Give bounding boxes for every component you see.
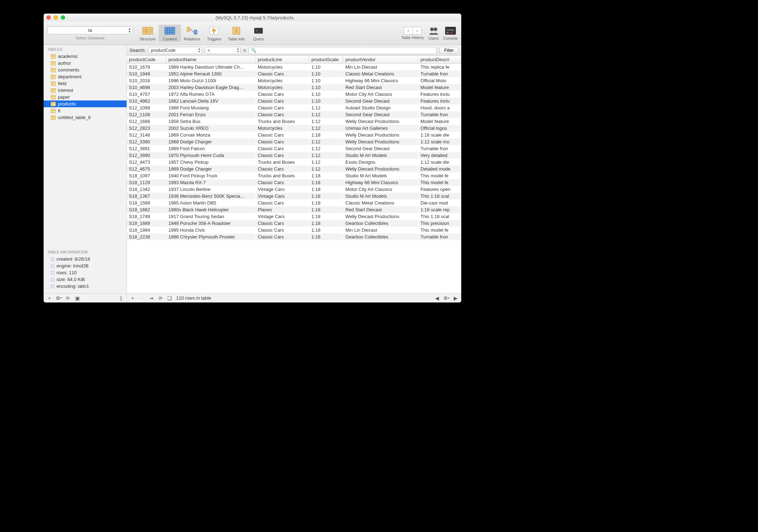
table-row[interactable]: S18_15891965 Aston Martin DB5Classic Car… — [127, 200, 461, 206]
reload-button[interactable]: ⟳ — [156, 294, 165, 302]
table-row[interactable]: S12_46751969 Dodge ChargerClassic Cars1:… — [127, 166, 461, 172]
table-cell[interactable]: This model fe — [418, 227, 461, 233]
triggers-button[interactable]: Triggers — [203, 25, 225, 42]
table-cell[interactable]: Turnable fron — [418, 233, 461, 240]
table-cell[interactable]: 1:18 — [309, 186, 343, 193]
table-cell[interactable]: 1952 Alpine Renault 1300 — [166, 70, 256, 77]
table-cell[interactable]: S18_1097 — [127, 172, 166, 179]
table-cell[interactable]: S18_1749 — [127, 213, 166, 220]
table-cell[interactable]: Min Lin Diecast — [343, 64, 418, 71]
table-cell[interactable]: 1:12 scale mo — [418, 138, 461, 145]
table-cell[interactable]: 1965 Aston Martin DB5 — [166, 200, 256, 206]
table-cell[interactable]: Motor City Art Classics — [343, 91, 418, 98]
table-cell[interactable]: This model fe — [418, 172, 461, 179]
console-button[interactable]: console off Console — [443, 26, 458, 40]
table-cell[interactable]: S12_4675 — [127, 166, 166, 172]
table-cell[interactable]: 1:10 — [309, 84, 343, 91]
table-cell[interactable]: Min Lin Diecast — [343, 227, 418, 233]
table-cell[interactable]: 1958 Setra Bus — [166, 118, 256, 125]
table-cell[interactable]: Classic Cars — [256, 200, 309, 206]
table-cell[interactable]: 1:18 scale die — [418, 132, 461, 138]
table-cell[interactable]: Trucks and Buses — [256, 159, 309, 166]
table-cell[interactable]: Studio M Art Models — [343, 152, 418, 159]
sidebar-item-products[interactable]: products — [44, 100, 127, 107]
table-cell[interactable]: S18_1662 — [127, 206, 166, 213]
table-cell[interactable]: S12_1099 — [127, 104, 166, 111]
table-cell[interactable]: Features inclu — [418, 98, 461, 104]
table-cell[interactable]: 1:12 — [309, 159, 343, 166]
table-cell[interactable]: 1957 Chevy Pickup — [166, 159, 256, 166]
table-row[interactable]: S12_31481969 Corvair MonzaClassic Cars1:… — [127, 132, 461, 138]
table-cell[interactable]: S18_1589 — [127, 200, 166, 206]
table-cell[interactable]: S10_2016 — [127, 77, 166, 84]
table-cell[interactable]: Welly Diecast Productions — [343, 213, 418, 220]
table-cell[interactable]: Motorcycles — [256, 84, 309, 91]
table-cell[interactable]: 1:10 — [309, 77, 343, 84]
table-row[interactable]: S12_16661958 Setra BusTrucks and Buses1:… — [127, 118, 461, 125]
filter-button[interactable]: Filter — [439, 47, 458, 54]
table-cell[interactable]: 1:18 — [309, 213, 343, 220]
table-cell[interactable]: S12_2823 — [127, 125, 166, 132]
search-input[interactable]: 🔍 — [248, 47, 437, 54]
table-cell[interactable]: 1969 Harley Davidson Ultimate Ch… — [166, 64, 256, 71]
table-cell[interactable]: Classic Cars — [256, 233, 309, 240]
table-cell[interactable]: S12_1108 — [127, 111, 166, 118]
table-row[interactable]: S18_19841995 Honda CivicClassic Cars1:18… — [127, 227, 461, 233]
table-row[interactable]: S12_33801968 Dodge ChargerClassic Cars1:… — [127, 138, 461, 145]
column-header[interactable]: productLine — [256, 56, 309, 64]
table-cell[interactable]: 1:10 — [309, 98, 343, 104]
table-cell[interactable]: Motor City Art Classics — [343, 186, 418, 193]
resize-handle[interactable]: ||| — [117, 294, 125, 302]
table-cell[interactable]: Die-cast mod — [418, 200, 461, 206]
table-cell[interactable]: This 1:18 scal — [418, 213, 461, 220]
table-row[interactable]: S18_10971940 Ford Pickup TruckTrucks and… — [127, 172, 461, 179]
filter-field-combo[interactable]: productCode ▲▼ — [148, 47, 202, 54]
table-cell[interactable]: S10_1949 — [127, 70, 166, 77]
table-row[interactable]: S18_11291993 Mazda RX-7Classic Cars1:18H… — [127, 179, 461, 186]
history-forward-button[interactable]: › — [413, 27, 422, 35]
table-cell[interactable]: 1970 Plymouth Hemi Cuda — [166, 152, 256, 159]
sidebar-item-academic[interactable]: academic — [44, 53, 127, 60]
page-actions-button[interactable]: ⚙▾ — [442, 294, 451, 302]
table-cell[interactable]: Unimax Art Galleries — [343, 125, 418, 132]
table-cell[interactable]: Turnable fron — [418, 145, 461, 152]
table-row[interactable]: S18_16621980s Black Hawk HelicopterPlane… — [127, 206, 461, 213]
table-cell[interactable]: Classic Cars — [256, 145, 309, 152]
table-cell[interactable]: 1:12 — [309, 145, 343, 152]
table-cell[interactable]: S12_3380 — [127, 138, 166, 145]
table-cell[interactable]: S10_4698 — [127, 84, 166, 91]
table-cell[interactable]: 1972 Alfa Romeo GTA — [166, 91, 256, 98]
table-cell[interactable]: Trucks and Buses — [256, 118, 309, 125]
table-row[interactable]: S12_39901970 Plymouth Hemi CudaClassic C… — [127, 152, 461, 159]
table-cell[interactable]: 1:18 — [309, 172, 343, 179]
table-cell[interactable]: Features open — [418, 186, 461, 193]
table-cell[interactable]: Motorcycles — [256, 77, 309, 84]
table-cell[interactable]: Autoart Studio Design — [343, 104, 418, 111]
pagination-button[interactable]: ❏ — [166, 294, 174, 302]
table-row[interactable]: S18_17491917 Grand Touring SedanVintage … — [127, 213, 461, 220]
table-cell[interactable]: S12_4473 — [127, 159, 166, 166]
filter-op-combo[interactable]: = ▲▼ — [205, 47, 241, 54]
table-cell[interactable]: Turnable fron — [418, 70, 461, 77]
table-cell[interactable]: 1936 Mercedes-Benz 500K Specia… — [166, 193, 256, 200]
column-header[interactable]: productName — [166, 56, 256, 64]
table-cell[interactable]: S12_3891 — [127, 145, 166, 152]
table-cell[interactable]: 1980s Black Hawk Helicopter — [166, 206, 256, 213]
table-cell[interactable]: This model fe — [418, 179, 461, 186]
data-grid[interactable]: productCodeproductNameproductLineproduct… — [127, 56, 462, 293]
table-cell[interactable]: 1996 Moto Guzzi 1100i — [166, 77, 256, 84]
table-cell[interactable]: 1:12 — [309, 104, 343, 111]
table-row[interactable]: S10_46982003 Harley-Davidson Eagle Drag…… — [127, 84, 461, 91]
table-cell[interactable]: 2001 Ferrari Enzo — [166, 111, 256, 118]
sidebar-item-paper[interactable]: paper — [44, 94, 127, 100]
table-cell[interactable]: Classic Cars — [256, 152, 309, 159]
table-cell[interactable]: S18_1367 — [127, 193, 166, 200]
table-cell[interactable]: S12_3148 — [127, 132, 166, 138]
duplicate-row-button[interactable]: ⇥ — [147, 294, 156, 302]
table-cell[interactable]: 1948 Porsche 356-A Roadster — [166, 220, 256, 227]
table-cell[interactable]: 1:18 — [309, 193, 343, 200]
table-cell[interactable]: Welly Diecast Productions — [343, 166, 418, 172]
sidebar-item-field[interactable]: field — [44, 80, 127, 87]
table-cell[interactable]: Second Gear Diecast — [343, 145, 418, 152]
structure-button[interactable]: Structure — [137, 25, 159, 42]
